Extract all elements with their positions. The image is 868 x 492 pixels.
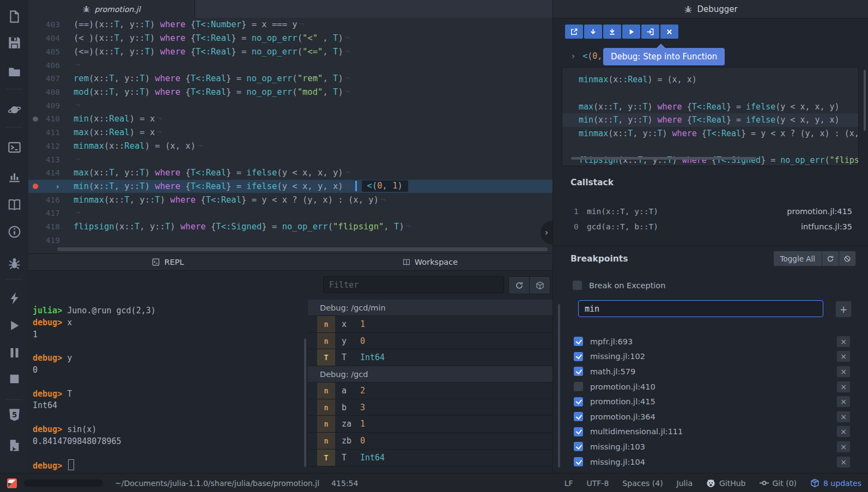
disable-breakpoints-icon[interactable] <box>839 251 856 266</box>
encoding-indicator[interactable]: UTF-8 <box>587 479 609 488</box>
new-file-icon[interactable] <box>0 5 28 27</box>
editor-line[interactable]: 409¬ <box>28 99 553 112</box>
breakpoint-checkbox[interactable] <box>574 382 583 391</box>
breakpoint-checkbox[interactable] <box>574 427 583 436</box>
editor-line[interactable]: 407rem(x::T, y::T) where {T<:Real} = no_… <box>28 72 553 86</box>
editor-line[interactable]: 413¬ <box>28 153 553 166</box>
debug-code-preview[interactable]: minmax(x::Real) = (x, x)max(x::T, y::T) … <box>562 67 859 166</box>
remove-breakpoint-button[interactable]: × <box>836 350 851 362</box>
gutter-dot-slot[interactable] <box>32 166 40 180</box>
workspace-filter-input[interactable] <box>323 276 504 293</box>
gutter-dot-slot[interactable] <box>32 126 40 139</box>
step-to-selected-line-button[interactable] <box>603 25 621 39</box>
breakpoint-checkbox[interactable] <box>574 442 583 451</box>
bug-icon[interactable] <box>0 252 28 274</box>
package-cube-icon[interactable] <box>530 276 550 294</box>
step-into-function-button[interactable] <box>641 25 659 39</box>
gutter-dot-slot[interactable] <box>32 139 40 153</box>
git-item[interactable]: Git (0) <box>760 478 797 488</box>
workspace-row[interactable]: nx1 <box>308 316 553 333</box>
gutter-dot-slot[interactable] <box>32 45 40 58</box>
remove-breakpoint-button[interactable]: × <box>836 426 851 438</box>
editor-horizontal-scrollbar[interactable] <box>57 247 548 251</box>
remove-breakpoint-button[interactable]: × <box>836 456 851 468</box>
preview-horizontal-scrollbar[interactable] <box>571 157 756 160</box>
planet-icon[interactable] <box>0 99 28 120</box>
gutter-dot-slot[interactable] <box>32 193 40 206</box>
editor-line[interactable]: 404(< )(x::T, y::T) where {T<:Real} = no… <box>28 32 553 45</box>
preview-line[interactable]: max(x::T, y::T) where {T<:Real} = ifelse… <box>562 100 858 113</box>
editor-line[interactable]: 412minmax(x::Real) = (x, x)¬ <box>28 139 553 153</box>
tab-promotion-jl[interactable]: promotion.jl <box>28 0 195 18</box>
preview-line[interactable] <box>562 140 858 154</box>
info-icon[interactable] <box>0 221 28 242</box>
terminal-icon[interactable] <box>0 136 28 158</box>
preview-line[interactable]: minmax(x::T, y::T) where {T<:Real} = y <… <box>562 127 858 141</box>
workspace-row[interactable]: ny0 <box>308 333 553 350</box>
refresh-icon[interactable] <box>508 276 530 294</box>
folder-icon[interactable] <box>0 60 28 82</box>
language-indicator[interactable]: Julia <box>677 479 693 488</box>
breakpoint-dot[interactable] <box>32 180 40 193</box>
gutter-dot-slot[interactable] <box>32 234 40 247</box>
repl-cursor[interactable] <box>68 459 74 470</box>
breakpoint-checkbox[interactable] <box>574 412 583 421</box>
editor-line[interactable]: 405(<=)(x::T, y::T) where {T<:Real} = no… <box>28 45 553 58</box>
callstack-frame[interactable]: 0gcd(a::T, b::T)intfuncs.jl:35 <box>553 219 868 234</box>
gutter-dot-slot[interactable] <box>32 99 40 112</box>
save-icon[interactable] <box>0 32 28 53</box>
pdf-icon[interactable] <box>0 434 28 456</box>
gutter-dot-slot[interactable] <box>32 86 40 99</box>
juno-logo-icon[interactable] <box>7 478 17 488</box>
refresh-breakpoints-icon[interactable] <box>822 251 839 266</box>
line-ending-indicator[interactable]: LF <box>564 479 573 488</box>
stop-icon[interactable] <box>0 368 28 390</box>
gutter-dot-slot[interactable] <box>32 220 40 234</box>
editor-line[interactable]: 418flipsign(x::T, y::T) where {T<:Signed… <box>28 220 553 234</box>
workspace-row[interactable]: nzb0 <box>308 433 553 450</box>
plot-icon[interactable] <box>0 165 28 187</box>
indentation-indicator[interactable]: Spaces (4) <box>622 479 663 488</box>
preview-line[interactable]: minmax(x::Real) = (x, x) <box>562 73 858 87</box>
pause-icon[interactable] <box>0 342 28 363</box>
add-breakpoint-input[interactable] <box>578 300 823 317</box>
editor-line[interactable]: ›min(x::T, y::T) where {T<:Real} = ifels… <box>28 180 553 193</box>
editor-line[interactable]: 410min(x::Real) = x¬ <box>28 112 553 126</box>
toggle-all-button[interactable]: Toggle All <box>773 251 822 266</box>
remove-breakpoint-button[interactable]: × <box>836 396 851 408</box>
github-item[interactable]: GitHub <box>706 478 746 488</box>
editor-line[interactable]: 417¬ <box>28 206 553 220</box>
remove-breakpoint-button[interactable]: × <box>836 366 851 378</box>
editor-line[interactable]: 411max(x::Real) = x¬ <box>28 126 553 139</box>
breakpoint-checkbox[interactable] <box>574 367 583 376</box>
updates-item[interactable]: 8 updates <box>810 478 861 488</box>
lightning-icon[interactable] <box>0 287 28 309</box>
remove-breakpoint-button[interactable]: × <box>836 381 851 393</box>
workspace-row[interactable]: nza1 <box>308 416 553 433</box>
gutter-dot-slot[interactable] <box>32 32 40 45</box>
repl-output-area[interactable]: julia> Juno.@run gcd(2,3)debug> x1debug>… <box>28 271 308 471</box>
preview-line[interactable]: flipsign(x::T, y::T) where {T<:Signed} =… <box>562 154 858 166</box>
repl-scrollbar[interactable] <box>304 338 306 467</box>
debugger-header[interactable]: Debugger <box>553 0 868 19</box>
step-next-line-button[interactable] <box>584 25 602 39</box>
workspace-row[interactable]: nb3 <box>308 399 553 416</box>
gutter-dot-slot[interactable] <box>32 72 40 86</box>
gutter-dot-slot[interactable] <box>32 206 40 220</box>
add-breakpoint-button[interactable]: + <box>835 301 852 318</box>
step-next-expression-button[interactable] <box>622 25 640 39</box>
editor-line[interactable]: 414max(x::T, y::T) where {T<:Real} = ife… <box>28 166 553 180</box>
editor-line[interactable]: 403(==)(x::T, y::T) where {T<:Number} = … <box>28 18 553 32</box>
run-icon[interactable] <box>0 314 28 336</box>
breakpoint-checkbox[interactable] <box>574 337 583 346</box>
preview-line[interactable] <box>562 87 858 100</box>
breakpoint-dot[interactable] <box>32 112 40 126</box>
workspace-book-icon[interactable] <box>0 193 28 215</box>
editor-line[interactable]: 408mod(x::T, y::T) where {T<:Real} = no_… <box>28 86 553 99</box>
editor-line[interactable]: 416minmax(x::T, y::T) where {T<:Real} = … <box>28 193 553 206</box>
cursor-position[interactable]: 415:54 <box>331 479 358 488</box>
remove-breakpoint-button[interactable]: × <box>836 441 851 453</box>
breakpoint-checkbox[interactable] <box>574 397 583 406</box>
open-external-button[interactable] <box>565 25 583 39</box>
code-editor[interactable]: 403(==)(x::T, y::T) where {T<:Number} = … <box>28 18 553 253</box>
